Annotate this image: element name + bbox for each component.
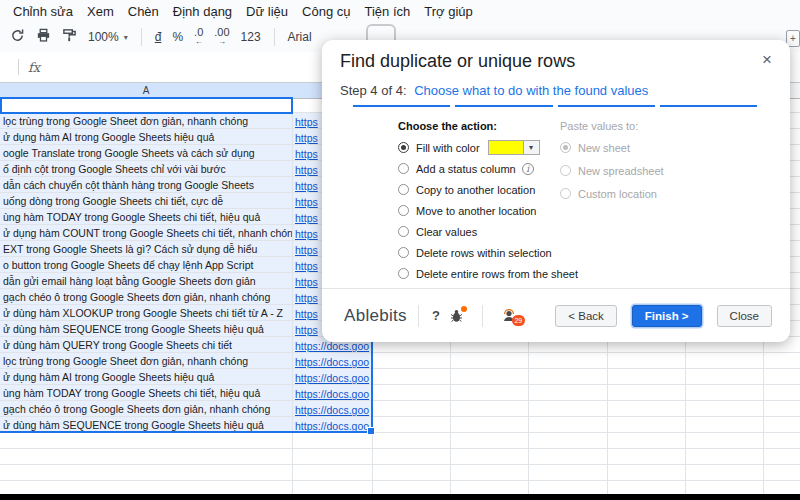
screenshot-bottom-bar	[0, 494, 800, 500]
footer-divider	[482, 305, 483, 327]
menu-bar: Chỉnh sửaXemChènĐịnh dạngDữ liệuCông cụT…	[0, 0, 800, 22]
close-icon[interactable]: ×	[762, 51, 772, 69]
cell-link[interactable]: https://docs.goo	[292, 353, 372, 369]
step-indicator: Step 4 of 4: Choose what to do with the …	[340, 83, 648, 98]
menu-item[interactable]: Chèn	[121, 4, 166, 19]
action-option[interactable]: Copy to another location ▾ i	[398, 183, 578, 196]
cell-link[interactable]: https://docs.goo	[292, 385, 372, 401]
report-bug-icon[interactable]	[449, 309, 464, 323]
cell-title[interactable]: EXT trong Google Sheets là gì? Cách sử d…	[0, 241, 292, 257]
back-button[interactable]: < Back	[555, 305, 616, 327]
print-icon[interactable]	[36, 28, 51, 46]
cell-title[interactable]: ùng hàm TODAY trong Google Sheets chi ti…	[0, 209, 292, 225]
cell-title[interactable]: ử dùng hàm SEQUENCE trong Google Sheets …	[0, 321, 292, 337]
chevron-down-icon[interactable]: ▾	[523, 141, 539, 154]
cell-title[interactable]: lọc trùng trong Google Sheet đơn giản, n…	[0, 113, 292, 129]
action-option[interactable]: Delete rows within selection ▾ i	[398, 246, 578, 259]
left-arrow-icon: ←	[195, 37, 203, 46]
action-options-group: Choose the action: Fill with color ▾ i A…	[398, 120, 578, 288]
paste-group-label: Paste values to:	[560, 120, 664, 132]
cell-title[interactable]: uống dòng trong Google Sheets chi tiết, …	[0, 193, 292, 209]
menu-item[interactable]: Công cụ	[295, 4, 357, 19]
action-option[interactable]: Move to another location ▾ i	[398, 204, 578, 217]
paint-format-icon[interactable]	[62, 28, 77, 46]
radio-button-disabled	[560, 142, 571, 153]
step-number: Step 4 of 4:	[340, 83, 407, 98]
radio-button[interactable]	[398, 142, 409, 153]
radio-button[interactable]	[398, 226, 409, 237]
close-button[interactable]: Close	[717, 305, 772, 327]
number-format-button[interactable]: 123	[241, 30, 261, 44]
paste-options-group: Paste values to: New sheet New spreadshe…	[560, 120, 664, 210]
cell-title[interactable]: ố định cột trong Google Sheets chỉ với v…	[0, 161, 292, 177]
option-label: New spreadsheet	[578, 165, 664, 177]
sheet-rows: lọc trùng trong Google Sheet đơn giản, n…	[0, 113, 373, 433]
table-row: lọc trùng trong Google Sheet đơn giản, n…	[0, 353, 373, 369]
cell-title[interactable]: ùng hàm TODAY trong Google Sheets chi ti…	[0, 385, 292, 401]
table-row: gạch chéo ô trong Google Sheets đơn giản…	[0, 401, 373, 417]
zoom-control[interactable]: 100% ▾	[88, 30, 128, 44]
action-group-label: Choose the action:	[398, 120, 578, 132]
action-option[interactable]: Fill with color ▾ i	[398, 141, 578, 154]
redo-icon[interactable]	[10, 28, 25, 46]
radio-button[interactable]	[398, 205, 409, 216]
footer-divider	[418, 305, 419, 327]
fill-color-dropdown[interactable]: ▾	[488, 140, 540, 155]
cell-title[interactable]: dẫn gửi email hàng loạt bằng Google Shee…	[0, 273, 292, 289]
currency-format-button[interactable]: đ	[155, 30, 162, 44]
menu-item[interactable]: Tiện ích	[357, 4, 417, 19]
cell-title[interactable]: ử dụng hàm COUNT trong Google Sheets chi…	[0, 225, 292, 241]
table-row: ử dùng hàm QUERY trong Google Sheets chi…	[0, 337, 373, 353]
action-option[interactable]: Delete entire rows from the sheet ▾ i	[398, 267, 578, 280]
cell-title[interactable]: oogle Translate trong Google Sheets và c…	[0, 145, 292, 161]
menu-item[interactable]: Trợ giúp	[417, 4, 480, 19]
table-row: uống dòng trong Google Sheets chi tiết, …	[0, 193, 373, 209]
cell-title[interactable]: ử dùng hàm XLOOKUP trong Google Sheets c…	[0, 305, 292, 321]
action-option[interactable]: Clear values ▾ i	[398, 225, 578, 238]
info-icon[interactable]: i	[522, 163, 534, 175]
color-swatch	[489, 141, 523, 154]
menu-item[interactable]: Xem	[80, 4, 121, 19]
finish-button[interactable]: Finish >	[632, 305, 702, 327]
cell-title[interactable]: lọc trùng trong Google Sheet đơn giản, n…	[0, 353, 292, 369]
ablebits-logo: Ablebits	[344, 306, 407, 326]
help-icon[interactable]: ?	[430, 308, 442, 323]
radio-button[interactable]	[398, 268, 409, 279]
radio-button-disabled	[560, 188, 571, 199]
cell-title[interactable]: o button trong Google Sheets để chạy lện…	[0, 257, 292, 273]
cell-title[interactable]: ử dụng hàm AI trong Google Sheets hiệu q…	[0, 369, 292, 385]
percent-format-button[interactable]: %	[172, 30, 183, 44]
active-cell[interactable]	[0, 97, 293, 114]
option-label: Delete rows within selection	[416, 247, 552, 259]
step-progress-bar	[353, 105, 757, 107]
menu-item[interactable]: Dữ liệu	[239, 4, 295, 19]
menu-item[interactable]: Chỉnh sửa	[6, 4, 80, 19]
font-family-select[interactable]: Arial	[288, 30, 312, 44]
support-icon[interactable]: 29	[501, 308, 517, 323]
radio-button[interactable]	[398, 247, 409, 258]
progress-segment	[558, 105, 655, 107]
option-label: Copy to another location	[416, 184, 535, 196]
cell-link[interactable]: https://docs.goo	[292, 401, 372, 417]
radio-button[interactable]	[398, 163, 409, 174]
table-row: ử dùng hàm SEQUENCE trong Google Sheets …	[0, 321, 373, 337]
cell-title[interactable]: gạch chéo ô trong Google Sheets đơn giản…	[0, 289, 292, 305]
fill-handle[interactable]	[367, 427, 375, 435]
google-sheets-window: Chỉnh sửaXemChènĐịnh dạngDữ liệuCông cụT…	[0, 0, 800, 500]
menu-item[interactable]: Định dạng	[166, 4, 239, 19]
toolbar-divider	[274, 28, 275, 46]
action-option[interactable]: Add a status column ▾ i	[398, 162, 578, 175]
cell-title[interactable]: ử dụng hàm AI trong Google Sheets hiệu q…	[0, 129, 292, 145]
radio-button[interactable]	[398, 184, 409, 195]
cell-title[interactable]: ử dùng hàm QUERY trong Google Sheets chi…	[0, 337, 292, 353]
column-header-a[interactable]: A	[0, 83, 293, 98]
cell-link[interactable]: https://docs.goo	[292, 369, 372, 385]
decrease-decimal-button[interactable]: .0 ←	[194, 28, 203, 46]
cell-title[interactable]: dẫn cách chuyển cột thành hàng trong Goo…	[0, 177, 292, 193]
option-label: Fill with color	[416, 142, 480, 154]
option-label: Custom location	[578, 188, 657, 200]
increase-decimal-button[interactable]: .00 →	[214, 28, 229, 46]
notification-dot	[461, 306, 467, 312]
cell-title[interactable]: gạch chéo ô trong Google Sheets đơn giản…	[0, 401, 292, 417]
dialog-footer: Ablebits ? 29 < Back Finish > Close	[322, 288, 790, 342]
